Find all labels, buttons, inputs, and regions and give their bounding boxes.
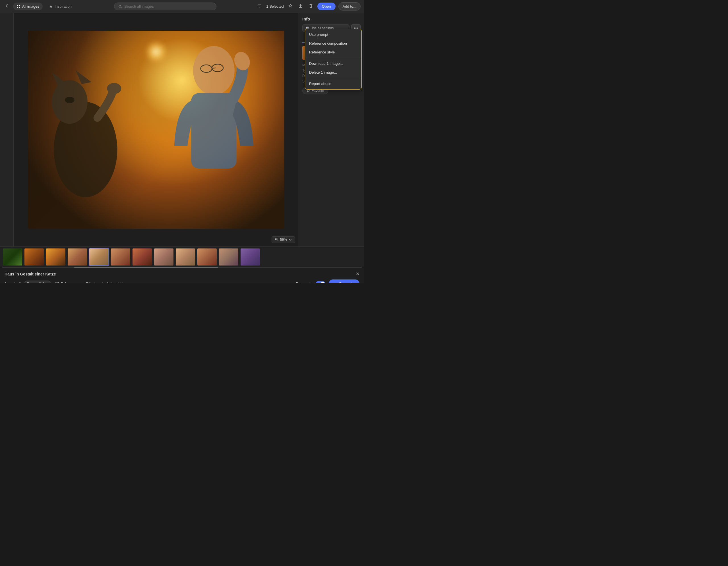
- reference-composition-item[interactable]: Reference composition: [305, 39, 361, 48]
- bottom-title-row: Haus in Gestalt einer Katze ✕: [5, 271, 359, 277]
- svg-rect-0: [17, 5, 18, 6]
- svg-point-14: [107, 83, 121, 94]
- thumbnail-12[interactable]: [240, 248, 260, 266]
- fit-control[interactable]: Fit 59%: [272, 236, 295, 243]
- fast-mode-toggle[interactable]: [316, 281, 325, 283]
- add-to-button[interactable]: Add to...: [338, 2, 361, 11]
- svg-rect-16: [191, 93, 236, 169]
- reference-control[interactable]: Reference: [55, 282, 76, 283]
- all-images-tab[interactable]: All images: [13, 3, 43, 10]
- delete-button[interactable]: [307, 3, 315, 10]
- thumbnail-2[interactable]: [24, 248, 44, 266]
- report-abuse-item[interactable]: Report abuse: [305, 79, 361, 88]
- thumbnail-4[interactable]: [67, 248, 88, 266]
- generate-button[interactable]: Generate: [329, 280, 359, 283]
- main-image-container: Fit 59%: [14, 13, 299, 247]
- inspiration-tab[interactable]: Inspiration: [45, 3, 75, 10]
- main-layout: Fit 59% Info Use all settings ••• Use pr…: [0, 13, 364, 247]
- inspiration-label: Inspiration: [55, 4, 72, 9]
- bottom-bar: Haus in Gestalt einer Katze ✕ Aspect rat…: [0, 268, 364, 283]
- thumbnail-11[interactable]: [218, 248, 239, 266]
- svg-rect-21: [306, 27, 307, 28]
- fast-mode-label: Fast mode: [296, 282, 312, 283]
- dropdown-divider: [305, 58, 361, 58]
- thumbnail-9[interactable]: [175, 248, 196, 266]
- generate-label: Generate: [339, 282, 354, 283]
- bottom-right-controls: Fast mode Generate: [296, 280, 359, 283]
- svg-rect-2: [17, 7, 18, 8]
- dropdown-menu: Use prompt Reference composition Referen…: [305, 29, 362, 90]
- svg-marker-11: [52, 72, 68, 86]
- close-bottom-bar-button[interactable]: ✕: [356, 271, 359, 277]
- favorite-star-button[interactable]: [287, 3, 294, 10]
- search-bar: [78, 3, 253, 10]
- thumbnail-1[interactable]: [2, 248, 23, 266]
- search-input[interactable]: [124, 4, 212, 9]
- svg-rect-22: [307, 27, 309, 28]
- svg-rect-3: [19, 7, 20, 8]
- svg-rect-1: [19, 5, 20, 6]
- thumbnail-scrollbar-thumb: [74, 267, 218, 268]
- dropdown-divider-2: [305, 78, 361, 78]
- thumbnail-10[interactable]: [197, 248, 217, 266]
- info-header: Info: [302, 16, 361, 21]
- prompt-title: Haus in Gestalt einer Katze: [5, 272, 56, 276]
- download-button[interactable]: [297, 3, 304, 10]
- svg-line-20: [212, 68, 216, 68]
- svg-point-4: [119, 5, 121, 7]
- topbar: All images Inspiration 1 Selected Open A…: [0, 0, 364, 13]
- effects-control[interactable]: Effects: [81, 282, 96, 283]
- open-button[interactable]: Open: [317, 3, 336, 10]
- thumbnail-8[interactable]: [154, 248, 174, 266]
- svg-rect-25: [56, 282, 59, 283]
- aspect-ratio-label: Aspect ratio: [5, 282, 22, 283]
- main-image: [28, 31, 284, 229]
- thumbnail-strip-wrapper: [0, 247, 364, 268]
- toggle-knob: [321, 282, 325, 283]
- svg-point-17: [232, 50, 253, 73]
- svg-marker-12: [76, 70, 92, 84]
- woman-figure: [156, 40, 272, 229]
- all-images-label: All images: [22, 4, 39, 9]
- thumbnail-6[interactable]: [110, 248, 131, 266]
- thumbnail-scrollbar[interactable]: [2, 267, 362, 268]
- add-variable-control[interactable]: Add variable: [101, 282, 125, 283]
- center-panel: Fit 59%: [14, 13, 299, 247]
- bottom-controls: Aspect ratio Square (1:1) ▾ Reference Ef…: [5, 280, 359, 283]
- delete-1-image-item[interactable]: Delete 1 image...: [305, 68, 361, 77]
- thumbnail-7[interactable]: [132, 248, 152, 266]
- thumbnail-strip: [0, 247, 364, 267]
- fit-percent: 59%: [280, 238, 287, 242]
- right-panel: Info Use all settings ••• Use prompt Ref…: [299, 13, 364, 247]
- download-1-image-item[interactable]: Download 1 image...: [305, 59, 361, 68]
- fit-label: Fit: [275, 238, 278, 242]
- aspect-ratio-select[interactable]: Square (1:1) ▾: [24, 281, 51, 283]
- left-panel: [0, 13, 14, 247]
- reference-style-item[interactable]: Reference style: [305, 48, 361, 57]
- reference-label: Reference: [61, 282, 76, 283]
- filter-button[interactable]: [255, 3, 263, 11]
- back-button[interactable]: [3, 2, 10, 11]
- cat-figure: [41, 70, 131, 209]
- search-input-wrap[interactable]: [114, 3, 216, 10]
- selected-count: 1 Selected: [266, 4, 284, 9]
- effects-label: Effects: [86, 282, 96, 283]
- aspect-ratio-control[interactable]: Aspect ratio Square (1:1) ▾: [5, 281, 51, 283]
- add-variable-label: Add variable: [106, 282, 125, 283]
- use-prompt-item[interactable]: Use prompt: [305, 30, 361, 39]
- thumbnail-active[interactable]: [89, 248, 109, 266]
- topbar-right-actions: 1 Selected Open Add to...: [255, 2, 361, 11]
- thumbnail-3[interactable]: [45, 248, 66, 266]
- svg-point-13: [65, 97, 74, 103]
- svg-line-5: [121, 7, 122, 8]
